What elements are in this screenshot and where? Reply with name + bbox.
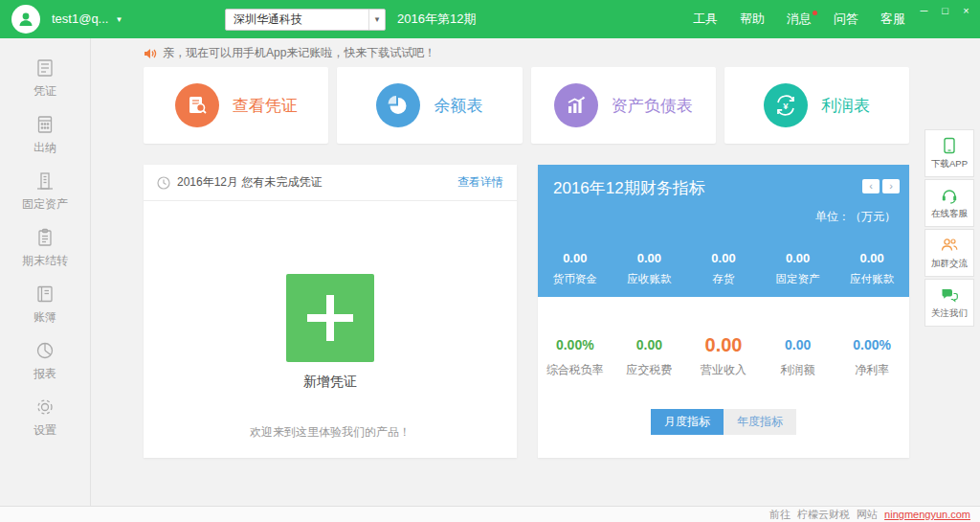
balance-table-icon: [376, 83, 420, 127]
group-icon: [940, 236, 959, 255]
building-icon: [34, 170, 56, 192]
metric-monetary-funds: 0.00 货币资金: [538, 251, 612, 286]
sidebar-item-period-end[interactable]: 期末结转: [22, 227, 68, 269]
menu-help[interactable]: 帮助: [740, 0, 765, 38]
footer-prefix: 前往: [769, 509, 791, 520]
notice-text: 亲，现在可以用手机App来记账啦，快来下载试试吧！: [163, 45, 435, 61]
voucher-icon: [34, 57, 56, 79]
svg-text:¥: ¥: [783, 101, 789, 111]
sidebar-item-reports[interactable]: 报表: [33, 340, 56, 382]
sidebar-label: 账簿: [33, 309, 56, 326]
menu-tools[interactable]: 工具: [693, 0, 718, 38]
shortcut-cards: 查看凭证 余额表 资产负债表: [144, 67, 909, 144]
menu-service[interactable]: 客服: [880, 0, 905, 38]
unit-label: 单位：（万元）: [815, 209, 896, 225]
sidebar-item-cashier[interactable]: 出纳: [33, 114, 56, 156]
app-notice: 亲，现在可以用手机App来记账啦，快来下载试试吧！: [144, 45, 435, 61]
add-voucher-label: 新增凭证: [144, 374, 517, 391]
sidebar: 凭证 出纳 固定资产 期末结转: [0, 38, 91, 506]
user-menu[interactable]: test1@q...▼: [52, 0, 122, 38]
balance-sheet-icon: [554, 83, 598, 127]
sidebar-label: 出纳: [33, 140, 56, 156]
ledger-book-icon: [34, 284, 56, 305]
menu-qa[interactable]: 问答: [834, 0, 858, 38]
metric-fixed-assets: 0.00 固定资产: [761, 251, 835, 286]
welcome-text: 欢迎来到这里体验我们的产品！: [144, 424, 517, 441]
profit-table-card[interactable]: ¥ 利润表: [724, 67, 909, 144]
footer-brand: 柠檬云财税: [797, 509, 850, 520]
sidebar-label: 报表: [33, 366, 56, 382]
metric-accounts-payable: 0.00 应付账款: [835, 251, 909, 286]
footer-middle: 网站: [857, 509, 878, 520]
site-link[interactable]: ningmengyun.com: [884, 509, 970, 520]
company-select[interactable]: 深圳华通科技 ▾: [225, 9, 386, 31]
top-menu: 工具 帮助 消息 问答 客服: [693, 0, 905, 38]
sidebar-label: 期末结转: [22, 253, 68, 269]
username: test1@q...: [52, 11, 108, 26]
view-voucher-card[interactable]: 查看凭证: [144, 67, 328, 144]
card-label: 余额表: [434, 95, 482, 117]
select-arrow-icon: ▾: [368, 10, 385, 30]
sidebar-item-settings[interactable]: 设置: [33, 397, 56, 439]
view-details-link[interactable]: 查看详情: [457, 174, 503, 191]
sidebar-label: 设置: [33, 422, 56, 439]
chevron-down-icon: ▼: [115, 15, 122, 24]
app-window: test1@q...▼ 深圳华通科技 ▾ 2016年第12期 工具 帮助 消息 …: [0, 0, 980, 522]
tab-annual-indicators[interactable]: 年度指标: [724, 409, 796, 435]
phone-icon: [940, 136, 959, 155]
download-app-button[interactable]: 下载APP: [924, 129, 974, 177]
sidebar-item-voucher[interactable]: 凭证: [33, 57, 56, 100]
user-avatar[interactable]: [11, 5, 40, 34]
card-label: 资产负债表: [612, 95, 693, 117]
financial-indicator-panel: 2016年12期财务指标 ‹ › 单位：（万元） 0.00 货币资金 0.00 …: [538, 165, 909, 458]
window-controls: ─ □ ×: [916, 2, 974, 19]
blue-metrics-row: 0.00 货币资金 0.00 应收账款 0.00 存货 0.00 固定资产 0.…: [538, 251, 909, 286]
notification-dot: [813, 11, 817, 15]
profit-table-icon: ¥: [764, 83, 808, 127]
person-icon: [17, 11, 34, 28]
period-label: 2016年第12期: [397, 0, 476, 38]
view-voucher-icon: [175, 83, 219, 127]
chat-bubbles-icon: [940, 285, 959, 305]
voucher-panel: 2016年12月 您有未完成凭证 查看详情 新增凭证 欢迎来到这里体验我们的产品…: [144, 165, 517, 458]
status-bar: 前往 柠檬云财税 网站 ningmengyun.com: [0, 506, 980, 522]
metric-operating-revenue: 0.00 营业收入: [686, 333, 761, 378]
indicator-nav: ‹ ›: [862, 179, 900, 193]
gear-icon: [34, 397, 56, 418]
clock-icon: [157, 176, 170, 190]
balance-table-card[interactable]: 余额表: [337, 67, 522, 144]
close-button[interactable]: ×: [958, 2, 974, 19]
tab-monthly-indicators[interactable]: 月度指标: [651, 409, 724, 435]
metric-accounts-receivable: 0.00 应收账款: [612, 251, 687, 286]
balance-sheet-card[interactable]: 资产负债表: [531, 67, 716, 144]
prev-period-button[interactable]: ‹: [862, 179, 880, 193]
sidebar-label: 固定资产: [22, 196, 68, 213]
white-metrics-row: 0.00% 综合税负率 0.00 应交税费 0.00 营业收入 0.00 利润额…: [538, 333, 909, 378]
add-voucher-button[interactable]: [286, 274, 374, 362]
follow-us-button[interactable]: 关注我们: [924, 279, 974, 327]
metric-profit: 0.00 利润额: [761, 333, 835, 378]
indicator-blue-header: 2016年12期财务指标 ‹ › 单位：（万元） 0.00 货币资金 0.00 …: [538, 165, 909, 297]
sidebar-item-fixed-assets[interactable]: 固定资产: [22, 170, 68, 213]
indicator-title: 2016年12期财务指标: [553, 177, 705, 199]
metric-inventory: 0.00 存货: [686, 251, 761, 286]
metric-tax-burden-rate: 0.00% 综合税负率: [538, 333, 612, 378]
menu-messages[interactable]: 消息: [787, 0, 812, 38]
clipboard-icon: [34, 227, 56, 248]
right-toolbar: 下载APP 在线客服 加群交流 关注我们: [924, 129, 974, 329]
online-service-button[interactable]: 在线客服: [924, 179, 974, 227]
sidebar-label: 凭证: [33, 83, 56, 100]
minimize-button[interactable]: ─: [916, 2, 932, 19]
headset-icon: [940, 186, 959, 205]
metric-tax-payable: 0.00 应交税费: [612, 333, 687, 378]
voucher-panel-header: 2016年12月 您有未完成凭证 查看详情: [144, 165, 517, 201]
card-label: 利润表: [821, 95, 870, 117]
top-bar: test1@q...▼ 深圳华通科技 ▾ 2016年第12期 工具 帮助 消息 …: [0, 0, 980, 38]
next-period-button[interactable]: ›: [882, 179, 900, 193]
sidebar-item-account-books[interactable]: 账簿: [33, 284, 56, 326]
maximize-button[interactable]: □: [937, 2, 953, 19]
group-chat-button[interactable]: 加群交流: [924, 229, 974, 277]
voucher-panel-title: 2016年12月 您有未完成凭证: [177, 174, 322, 191]
calculator-icon: [34, 114, 56, 135]
card-label: 查看凭证: [233, 95, 298, 117]
